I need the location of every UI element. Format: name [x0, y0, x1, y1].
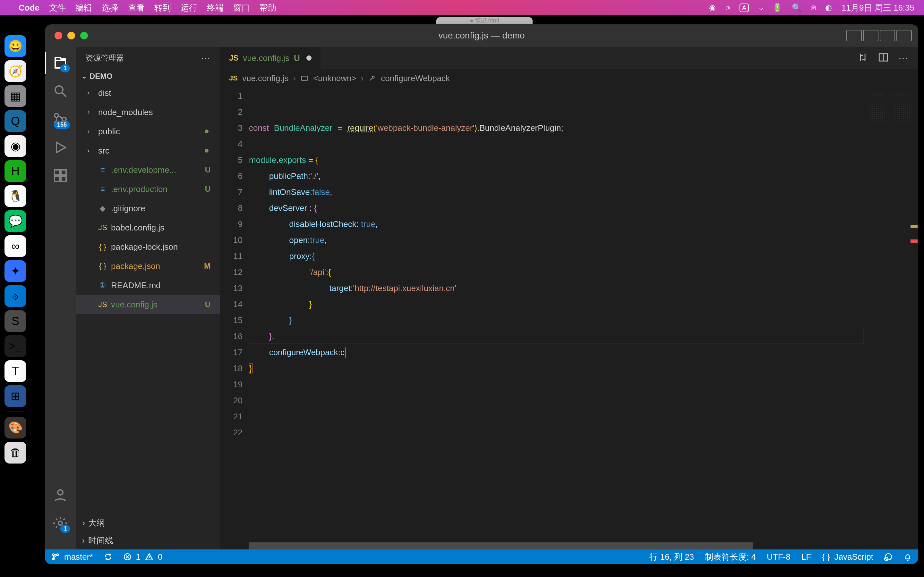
status-bar: master* 1 0 行 16, 列 23 制表符长度: 4 UTF-8 LF… [45, 550, 918, 564]
menu-run[interactable]: 运行 [181, 2, 197, 13]
eol[interactable]: LF [801, 552, 811, 562]
titlebar: vue.config.js — demo [45, 24, 918, 47]
project-header[interactable]: ⌄ DEMO [76, 69, 220, 83]
menubar-a-icon[interactable]: A [740, 3, 749, 12]
editor-more-icon[interactable]: ⋯ [898, 53, 909, 64]
menubar-date[interactable]: 11月9日 周三 16:35 [842, 2, 914, 13]
menu-terminal[interactable]: 终端 [207, 2, 224, 13]
dock-terminal[interactable]: >_ [5, 335, 26, 357]
menu-edit[interactable]: 编辑 [75, 2, 92, 13]
dock-feishu[interactable]: ✦ [5, 260, 26, 282]
code-editor[interactable]: 12345678910111213141516171819202122 cons… [220, 87, 918, 550]
menu-window[interactable]: 窗口 [233, 2, 250, 13]
dock-safari[interactable]: 🧭 [5, 60, 26, 82]
file-README-md[interactable]: ①README.md [76, 276, 220, 295]
maximize-icon[interactable] [80, 32, 88, 39]
menubar-wifi-icon[interactable]: ⌵ [758, 3, 763, 12]
scm-icon[interactable]: 155 [51, 110, 70, 129]
status-feedback-icon[interactable] [884, 553, 893, 561]
chevron-right-icon: › [87, 147, 94, 155]
dock-wechat[interactable]: 💬 [5, 210, 26, 232]
menubar-control-icon[interactable]: ⎚ [811, 3, 816, 12]
settings-icon[interactable]: 1 [51, 514, 70, 533]
dock-finder[interactable]: 😀 [5, 35, 26, 57]
dirty-dot-icon [306, 55, 312, 61]
account-icon[interactable] [51, 485, 70, 504]
code-content[interactable]: const BundleAnalyzer = require('webpack-… [249, 87, 864, 550]
split-icon[interactable] [878, 52, 889, 64]
svg-rect-7 [61, 176, 66, 181]
close-icon[interactable] [55, 32, 62, 39]
json-icon: { } [98, 261, 107, 271]
file-src[interactable]: ›src [76, 141, 220, 160]
layout-panel-icon[interactable] [863, 30, 879, 41]
dock: 😀🧭▦Q◉H🐧💬∞✦⟐S>_T⊞🎨🗑 [3, 35, 28, 464]
sidebar-more-icon[interactable]: ⋯ [201, 53, 210, 63]
status-sync[interactable] [104, 553, 112, 561]
menubar-siri-icon[interactable]: ◐ [825, 3, 832, 12]
breadcrumb[interactable]: JS vue.config.js › <unknown> › configure… [220, 69, 918, 87]
status-bell-icon[interactable] [903, 553, 912, 561]
outline-section[interactable]: ›大纲 [76, 514, 220, 532]
layout-sidebar-icon[interactable] [846, 30, 862, 41]
dock-hbuilder[interactable]: H [5, 160, 26, 182]
layout-controls [846, 30, 918, 41]
file--env-developme---[interactable]: ≡.env.developme...U [76, 160, 220, 179]
debug-icon[interactable] [51, 138, 70, 157]
cursor-position[interactable]: 行 16, 列 23 [649, 551, 694, 562]
horizontal-scrollbar[interactable] [249, 542, 864, 550]
layout-secondary-icon[interactable] [880, 30, 895, 41]
menubar-record-icon[interactable]: ◉ [709, 3, 716, 12]
breadcrumb-leaf[interactable]: configureWebpack [381, 73, 450, 83]
breadcrumb-file[interactable]: vue.config.js [242, 73, 289, 83]
chevron-right-icon: › [361, 73, 364, 83]
file-node-modules[interactable]: ›node_modules [76, 103, 220, 122]
file--gitignore[interactable]: ◆.gitignore [76, 199, 220, 218]
menubar-usage-icon[interactable]: ⌾ [725, 3, 730, 12]
explorer-icon[interactable]: 1 [51, 53, 70, 73]
breadcrumb-mid[interactable]: <unknown> [313, 73, 356, 83]
status-problems[interactable]: 1 0 [123, 552, 163, 562]
background-window-tab[interactable]: ● 笔记.html [436, 17, 533, 24]
menubar-app[interactable]: Code [19, 3, 39, 13]
layout-custom-icon[interactable] [897, 30, 912, 41]
extensions-icon[interactable] [51, 166, 70, 185]
dock-trash[interactable]: 🗑 [5, 442, 26, 464]
minimize-icon[interactable] [67, 32, 75, 39]
file-public[interactable]: ›public [76, 122, 220, 141]
menu-select[interactable]: 选择 [102, 2, 118, 13]
file-package-json[interactable]: { }package.jsonM [76, 256, 220, 276]
file-package-lock-json[interactable]: { }package-lock.json [76, 237, 220, 256]
dock-paint[interactable]: 🎨 [5, 417, 26, 438]
minimap[interactable] [864, 87, 918, 550]
status-branch[interactable]: master* [51, 552, 93, 562]
menu-view[interactable]: 查看 [128, 2, 145, 13]
menubar-battery-icon[interactable]: 🔋 [772, 3, 782, 12]
file--env-production[interactable]: ≡.env.productionU [76, 179, 220, 199]
dock-launchpad[interactable]: ▦ [5, 85, 26, 107]
search-icon[interactable] [51, 81, 70, 101]
folder-label: src [98, 146, 110, 156]
menu-help[interactable]: 帮助 [260, 2, 276, 13]
dock-text[interactable]: T [5, 360, 26, 382]
menubar-search-icon[interactable]: 🔍 [792, 3, 801, 12]
file-vue-config-js[interactable]: JSvue.config.jsU [76, 295, 220, 314]
dock-chrome[interactable]: ◉ [5, 135, 26, 157]
timeline-section[interactable]: ›时间线 [76, 532, 220, 550]
dock-qq[interactable]: 🐧 [5, 185, 26, 207]
tab-vue-config[interactable]: JS vue.config.js U [220, 47, 321, 69]
encoding[interactable]: UTF-8 [767, 552, 790, 562]
env-icon: ≡ [98, 185, 107, 193]
compare-icon[interactable] [857, 52, 868, 64]
dock-quicktime[interactable]: Q [5, 110, 26, 132]
dock-vscode[interactable]: ⟐ [5, 285, 26, 307]
file-dist[interactable]: ›dist [76, 83, 220, 103]
dock-sublime[interactable]: S [5, 310, 26, 332]
menu-goto[interactable]: 转到 [154, 2, 171, 13]
dock-baidu[interactable]: ∞ [5, 235, 26, 257]
dock-office[interactable]: ⊞ [5, 385, 26, 407]
file-babel-config-js[interactable]: JSbabel.config.js [76, 218, 220, 237]
language-mode[interactable]: { }JavaScript [822, 552, 873, 562]
menu-file[interactable]: 文件 [49, 2, 66, 13]
indent-size[interactable]: 制表符长度: 4 [705, 551, 756, 562]
